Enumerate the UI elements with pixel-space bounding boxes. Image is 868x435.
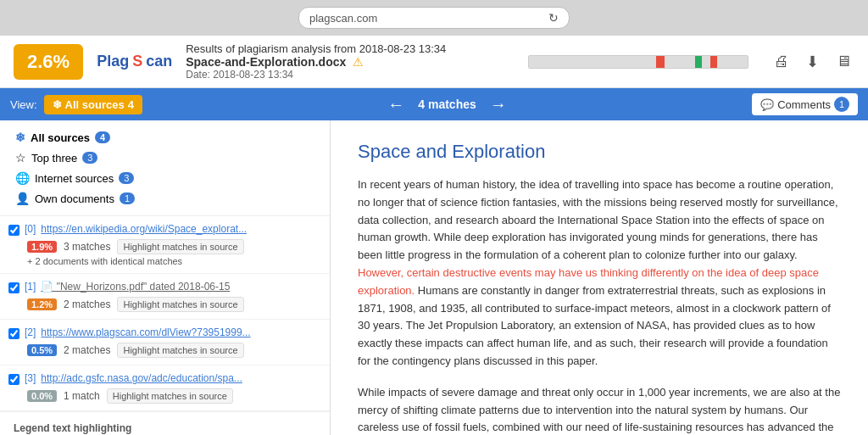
source-3-index: [3] xyxy=(25,372,36,384)
print-button[interactable]: 🖨 xyxy=(771,49,793,74)
score-badge: 2.6% xyxy=(14,44,83,80)
source-0-index: [0] xyxy=(25,223,36,235)
comments-button[interactable]: 💬 Comments 1 xyxy=(752,93,858,115)
source-0-identical: + 2 documents with identical matches xyxy=(27,256,321,266)
progress-segment-3 xyxy=(665,56,695,68)
source-item-1: [1] 📄 "New_Horizons.pdf" dated 2018-06-1… xyxy=(0,274,330,320)
filename: Space-and-Exploration.docx xyxy=(186,55,346,69)
content-title: Space and Exploration xyxy=(358,141,841,163)
comments-label: Comments xyxy=(777,98,831,111)
source-item-2: [2] https://www.plagscan.com/dlView?7395… xyxy=(0,320,330,365)
sidebar-nav: ❄ All sources 4 ☆ Top three 3 🌐 Internet… xyxy=(0,120,330,216)
person-nav-icon: 👤 xyxy=(15,192,30,205)
plag-text: Plag xyxy=(97,53,129,70)
source-2-percent: 0.5% xyxy=(27,344,57,356)
all-sources-nav-count: 4 xyxy=(95,131,110,143)
source-2-checkbox[interactable] xyxy=(8,328,19,339)
progress-segment-4 xyxy=(695,56,702,68)
all-sources-nav-label: All sources xyxy=(31,131,90,144)
source-1-highlight-btn[interactable]: Highlight matches in source xyxy=(117,297,243,312)
paragraph1-text: In recent years of human history, the id… xyxy=(358,178,838,261)
source-0-percent: 1.9% xyxy=(27,241,57,253)
source-item-3: [3] http://adc.gsfc.nasa.gov/adc/educati… xyxy=(0,365,330,411)
top-three-count: 3 xyxy=(82,152,97,164)
snowflake-icon: ❄ xyxy=(53,98,62,111)
main-layout: ❄ All sources 4 ☆ Top three 3 🌐 Internet… xyxy=(0,120,868,435)
source-3-checkbox[interactable] xyxy=(8,374,19,385)
date-label: Date: 2018-08-23 13:34 xyxy=(186,69,515,81)
legend: Legend text highlighting Aa exact match … xyxy=(0,411,330,435)
source-1-index: [1] xyxy=(25,281,36,293)
analysis-label: Results of plagiarism analysis from 2018… xyxy=(186,42,515,55)
source-0-highlight-btn[interactable]: Highlight matches in source xyxy=(117,239,243,254)
content-paragraph-2: While impacts of severe damage and threa… xyxy=(358,384,841,435)
source-0-url[interactable]: https://en.wikipedia.org/wiki/Space_expl… xyxy=(41,223,247,235)
progress-segment-6 xyxy=(710,56,717,68)
source-list: [0] https://en.wikipedia.org/wiki/Space_… xyxy=(0,216,330,411)
view-label: View: xyxy=(10,98,37,111)
all-sources-button[interactable]: ❄ All sources 4 xyxy=(44,95,142,114)
header-info: Results of plagiarism analysis from 2018… xyxy=(186,42,515,81)
brand-logo: PlagScan xyxy=(97,53,172,70)
matches-count: 4 matches xyxy=(418,98,476,111)
scan-text: S xyxy=(132,53,142,70)
source-2-url[interactable]: https://www.plagscan.com/dlView?73951999… xyxy=(41,326,250,338)
source-2-index: [2] xyxy=(25,326,36,338)
source-3-highlight-btn[interactable]: Highlight matches in source xyxy=(107,388,233,404)
url-text: plagscan.com xyxy=(309,12,377,25)
sidebar: ❄ All sources 4 ☆ Top three 3 🌐 Internet… xyxy=(0,120,331,435)
reload-icon[interactable]: ↻ xyxy=(548,11,559,25)
source-3-url[interactable]: http://adc.gsfc.nasa.gov/adc/education/s… xyxy=(41,372,242,384)
sidebar-item-top-three[interactable]: ☆ Top three 3 xyxy=(10,148,320,168)
prev-button[interactable]: ← xyxy=(381,95,411,114)
paragraph1-rest: Humans are constantly in danger from ext… xyxy=(358,284,831,367)
top-three-label: Top three xyxy=(31,152,77,165)
snowflake-nav-icon: ❄ xyxy=(15,131,25,144)
can-text: can xyxy=(146,53,172,70)
source-0-checkbox[interactable] xyxy=(8,225,19,236)
sidebar-item-own-docs[interactable]: 👤 Own documents 1 xyxy=(10,188,320,209)
all-sources-label: All sources xyxy=(65,98,125,111)
source-3-percent: 0.0% xyxy=(27,390,57,402)
source-2-highlight-btn[interactable]: Highlight matches in source xyxy=(117,343,243,358)
next-button[interactable]: → xyxy=(483,95,514,114)
monitor-button[interactable]: 🖥 xyxy=(832,49,854,74)
internet-count: 3 xyxy=(119,172,134,184)
sidebar-item-all-sources[interactable]: ❄ All sources 4 xyxy=(10,127,320,148)
sidebar-item-internet[interactable]: 🌐 Internet sources 3 xyxy=(10,168,320,188)
app-header: 2.6% PlagScan Results of plagiarism anal… xyxy=(0,36,868,88)
download-button[interactable]: ⬇ xyxy=(803,49,822,75)
content-area: Space and Exploration In recent years of… xyxy=(331,120,868,435)
source-0-matches: 3 matches xyxy=(64,241,110,253)
progress-bar xyxy=(528,55,748,69)
source-1-url[interactable]: 📄 "New_Horizons.pdf" dated 2018-06-15 xyxy=(41,281,230,293)
globe-nav-icon: 🌐 xyxy=(15,171,30,185)
own-docs-label: Own documents xyxy=(35,192,114,205)
header-icons: 🖨 ⬇ 🖥 xyxy=(771,49,854,75)
own-docs-count: 1 xyxy=(120,192,135,204)
legend-title: Legend text highlighting xyxy=(14,422,316,434)
progress-segment-5 xyxy=(702,56,710,68)
toolbar: View: ❄ All sources 4 ← 4 matches → 💬 Co… xyxy=(0,88,868,120)
source-1-matches: 2 matches xyxy=(64,298,110,310)
internet-label: Internet sources xyxy=(35,172,114,185)
source-1-percent: 1.2% xyxy=(27,298,57,310)
content-paragraph-1: In recent years of human history, the id… xyxy=(358,176,841,371)
comments-badge: 1 xyxy=(834,97,849,112)
progress-container xyxy=(528,55,757,69)
warning-icon: ⚠ xyxy=(353,55,364,69)
browser-bar: plagscan.com ↻ xyxy=(0,0,868,36)
comment-icon: 💬 xyxy=(760,98,774,111)
progress-segment-2 xyxy=(656,56,665,68)
all-sources-count: 4 xyxy=(128,98,134,111)
progress-segment-7 xyxy=(717,56,748,68)
source-2-matches: 2 matches xyxy=(64,344,110,356)
source-3-matches: 1 match xyxy=(64,390,100,402)
url-bar[interactable]: plagscan.com ↻ xyxy=(298,7,570,29)
source-item-0: [0] https://en.wikipedia.org/wiki/Space_… xyxy=(0,216,330,274)
progress-segment-1 xyxy=(529,56,656,68)
star-nav-icon: ☆ xyxy=(15,151,26,165)
source-1-checkbox[interactable] xyxy=(8,282,19,293)
